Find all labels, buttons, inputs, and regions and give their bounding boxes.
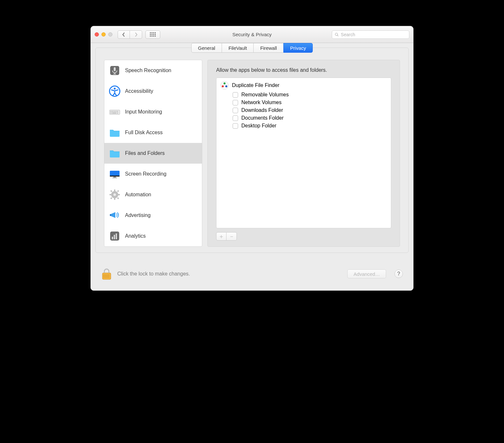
- permission-item: Documents Folder: [233, 114, 387, 122]
- tabs: General FileVault Firewall Privacy: [96, 43, 408, 53]
- advanced-button[interactable]: Advanced…: [347, 269, 386, 278]
- sidebar-item-screen-recording[interactable]: Screen Recording: [104, 164, 202, 184]
- checkbox[interactable]: [233, 92, 238, 98]
- sidebar-item-label: Advertising: [125, 212, 151, 218]
- svg-rect-11: [155, 36, 156, 37]
- sidebar-item-speech-recognition[interactable]: Speech Recognition: [104, 60, 202, 81]
- remove-button[interactable]: －: [226, 232, 237, 241]
- forward-button[interactable]: [130, 30, 142, 39]
- sidebar-item-advertising[interactable]: Advertising: [104, 205, 202, 226]
- svg-point-34: [113, 193, 116, 196]
- search-icon: [335, 32, 339, 37]
- svg-point-49: [224, 82, 226, 84]
- permission-label: Documents Folder: [241, 115, 284, 121]
- svg-point-51: [225, 85, 227, 87]
- svg-rect-46: [114, 235, 115, 239]
- back-button[interactable]: [118, 30, 130, 39]
- accessibility-icon: [109, 85, 121, 97]
- tab-firewall[interactable]: Firewall: [253, 43, 284, 53]
- svg-rect-32: [112, 178, 117, 178]
- add-remove-buttons: ＋ －: [216, 232, 391, 241]
- svg-rect-25: [117, 111, 118, 112]
- lock-text: Click the lock to make changes.: [117, 271, 190, 277]
- content-panel: General FileVault Firewall Privacy: [95, 48, 409, 253]
- sidebar-item-automation[interactable]: Automation: [104, 184, 202, 205]
- microphone-icon: [109, 65, 121, 76]
- svg-rect-36: [114, 198, 115, 200]
- nav-buttons: [118, 30, 142, 39]
- pane-title: Allow the apps below to access files and…: [216, 67, 391, 73]
- gear-icon: [109, 189, 121, 200]
- permission-list: Removable Volumes Network Volumes Downlo…: [233, 91, 387, 130]
- lock-icon[interactable]: [101, 268, 112, 280]
- show-all-button[interactable]: [145, 30, 160, 39]
- app-row[interactable]: Duplicate File Finder: [220, 81, 387, 90]
- svg-rect-20: [110, 110, 120, 114]
- svg-rect-27: [112, 113, 116, 113]
- svg-rect-47: [116, 233, 117, 239]
- svg-rect-1: [152, 32, 152, 33]
- checkbox[interactable]: [233, 123, 238, 129]
- svg-rect-23: [114, 111, 115, 112]
- barchart-icon: [109, 230, 121, 242]
- sidebar-item-analytics[interactable]: Analytics: [104, 226, 202, 246]
- display-icon: [109, 168, 121, 180]
- svg-point-50: [222, 85, 224, 87]
- checkbox[interactable]: [233, 100, 238, 105]
- permission-item: Removable Volumes: [233, 91, 387, 99]
- sidebar-item-label: Input Monitoring: [125, 109, 162, 115]
- permission-item: Desktop Folder: [233, 122, 387, 130]
- split-view: Speech Recognition Accessibility: [96, 60, 408, 247]
- svg-rect-7: [155, 34, 156, 35]
- megaphone-icon: [109, 210, 121, 221]
- svg-rect-9: [152, 36, 152, 37]
- checkbox[interactable]: [233, 108, 238, 113]
- window-body: General FileVault Firewall Privacy: [91, 43, 413, 290]
- svg-rect-28: [117, 113, 118, 113]
- sidebar-item-label: Screen Recording: [125, 171, 166, 177]
- checkbox[interactable]: [233, 115, 238, 121]
- titlebar: Security & Privacy: [91, 26, 413, 43]
- tab-general[interactable]: General: [191, 43, 222, 53]
- sidebar-item-label: Analytics: [125, 233, 146, 239]
- svg-rect-38: [118, 194, 120, 195]
- sidebar-item-input-monitoring[interactable]: Input Monitoring: [104, 102, 202, 122]
- svg-rect-21: [110, 111, 111, 112]
- add-button[interactable]: ＋: [216, 232, 226, 241]
- sidebar-item-label: Speech Recognition: [125, 68, 171, 73]
- permission-label: Desktop Folder: [241, 123, 277, 129]
- svg-line-13: [337, 35, 338, 36]
- sidebar-item-accessibility[interactable]: Accessibility: [104, 81, 202, 102]
- tab-privacy[interactable]: Privacy: [283, 43, 313, 53]
- svg-rect-0: [150, 32, 151, 33]
- sidebar-item-label: Automation: [125, 192, 151, 198]
- preferences-window: Security & Privacy General FileVault Fir…: [90, 26, 414, 291]
- svg-rect-24: [115, 111, 116, 112]
- svg-rect-40: [117, 190, 119, 192]
- svg-rect-42: [117, 197, 119, 199]
- sidebar: Speech Recognition Accessibility: [104, 60, 202, 247]
- tab-filevault[interactable]: FileVault: [222, 43, 254, 53]
- folder-icon: [109, 147, 121, 159]
- svg-rect-31: [113, 177, 116, 178]
- app-icon: [220, 81, 229, 90]
- sidebar-item-full-disk-access[interactable]: Full Disk Access: [104, 122, 202, 143]
- search-field[interactable]: [332, 30, 409, 39]
- close-button[interactable]: [95, 32, 99, 37]
- help-button[interactable]: ?: [394, 270, 403, 278]
- app-list: Duplicate File Finder Removable Volumes …: [216, 78, 391, 228]
- minimize-button[interactable]: [101, 32, 106, 37]
- search-input[interactable]: [341, 32, 406, 37]
- zoom-button[interactable]: [108, 32, 112, 37]
- permission-item: Network Volumes: [233, 99, 387, 106]
- sidebar-item-label: Files and Folders: [125, 150, 165, 156]
- detail-pane: Allow the apps below to access files and…: [207, 60, 400, 247]
- svg-rect-15: [114, 67, 116, 71]
- sidebar-item-files-and-folders[interactable]: Files and Folders: [104, 143, 202, 164]
- svg-rect-43: [110, 214, 111, 216]
- sidebar-item-label: Full Disk Access: [125, 130, 163, 135]
- traffic-lights: [95, 32, 112, 37]
- app-name: Duplicate File Finder: [232, 82, 279, 88]
- svg-rect-4: [150, 34, 151, 35]
- svg-rect-6: [153, 34, 154, 35]
